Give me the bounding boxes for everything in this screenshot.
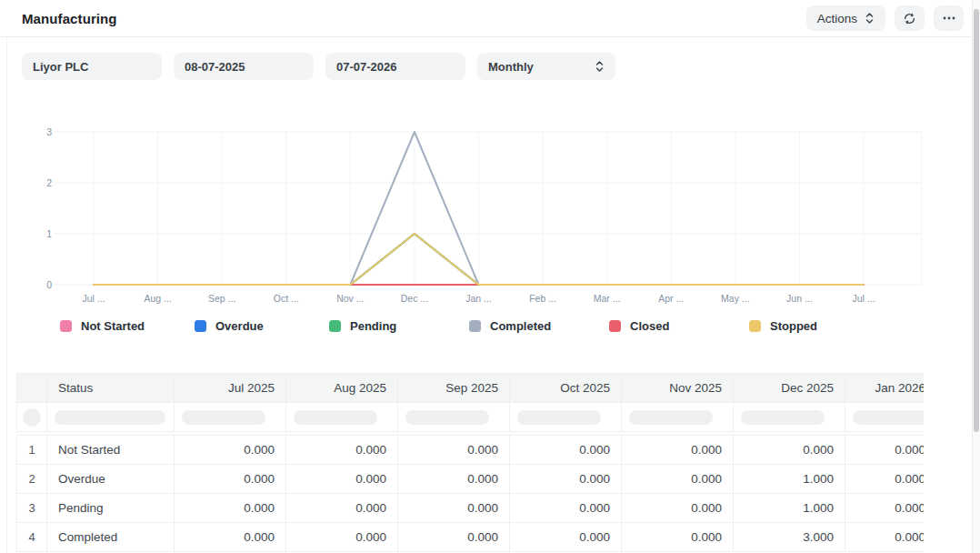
filter-input[interactable]	[741, 410, 825, 425]
filter-input[interactable]	[405, 410, 489, 425]
vertical-scrollbar[interactable]	[972, 0, 980, 553]
value-cell: 0.000	[398, 436, 510, 465]
filter-input[interactable]	[182, 410, 265, 425]
status-cell: Not Started	[47, 436, 175, 465]
frequency-select[interactable]: Monthly	[477, 53, 615, 80]
value-cell: 0.000	[286, 465, 398, 494]
value-cell: 0.000	[622, 523, 734, 552]
from-date-input[interactable]	[174, 53, 314, 80]
filter-input[interactable]	[55, 410, 165, 425]
value-cell: 0.000	[845, 465, 925, 494]
value-cell: 0.000	[398, 523, 510, 552]
x-axis-label: Sep ...	[208, 293, 235, 304]
value-cell: 1.000	[734, 494, 845, 523]
chevron-up-down-icon	[865, 12, 875, 25]
column-header[interactable]: Dec 2025	[734, 374, 845, 403]
value-cell: 0.000	[845, 436, 925, 465]
legend-label: Not Started	[81, 319, 145, 333]
chevron-up-down-icon	[595, 60, 605, 73]
chart-canvas: 0123Jul ...Aug ...Sep ...Oct ...Nov ...D…	[22, 107, 931, 314]
column-header[interactable]: Nov 2025	[622, 374, 734, 403]
column-header[interactable]: Jul 2025	[175, 374, 286, 403]
y-axis-label: 0	[46, 279, 52, 290]
refresh-icon	[903, 12, 916, 25]
x-axis-label: Apr ...	[658, 293, 684, 304]
row-index-header	[17, 374, 47, 403]
value-cell: 0.000	[510, 523, 622, 552]
x-axis-label: Feb ...	[529, 293, 556, 304]
row-index: 1	[17, 436, 47, 465]
value-cell: 0.000	[286, 436, 398, 465]
company-input[interactable]	[22, 53, 162, 80]
legend-label: Overdue	[215, 319, 264, 333]
y-axis-label: 1	[46, 228, 52, 239]
chart-legend: Not StartedOverduePendingCompletedClosed…	[0, 319, 980, 333]
legend-swatch	[749, 320, 761, 332]
value-cell: 0.000	[845, 494, 925, 523]
report-table: StatusJul 2025Aug 2025Sep 2025Oct 2025No…	[16, 373, 924, 552]
column-header[interactable]: Status	[47, 374, 175, 403]
select-all-control[interactable]	[23, 408, 41, 427]
ellipsis-icon	[943, 16, 955, 20]
column-header[interactable]: Aug 2025	[286, 374, 398, 403]
actions-dropdown[interactable]: Actions	[806, 5, 885, 31]
column-header[interactable]: Sep 2025	[398, 374, 510, 403]
value-cell: 0.000	[510, 436, 622, 465]
legend-swatch	[469, 320, 481, 332]
legend-label: Completed	[490, 319, 551, 333]
x-axis-label: Aug ...	[144, 293, 171, 304]
status-cell: Overdue	[47, 465, 175, 494]
legend-item: Stopped	[749, 319, 889, 333]
x-axis-label: Jun ...	[786, 293, 813, 304]
status-cell: Completed	[47, 523, 175, 552]
legend-item: Pending	[329, 319, 469, 333]
refresh-button[interactable]	[895, 5, 925, 31]
column-header[interactable]: Jan 2026	[845, 374, 925, 403]
frequency-value: Monthly	[488, 60, 534, 74]
filter-input[interactable]	[517, 410, 601, 425]
value-cell: 0.000	[734, 436, 845, 465]
value-cell: 0.000	[398, 494, 510, 523]
x-axis-label: Nov ...	[336, 293, 364, 304]
x-axis-label: Mar ...	[594, 293, 621, 304]
to-date-input[interactable]	[325, 53, 465, 80]
more-options-button[interactable]	[934, 5, 964, 31]
legend-label: Stopped	[770, 319, 817, 333]
table-row: 4Completed0.0000.0000.0000.0000.0003.000…	[17, 523, 925, 552]
filter-input[interactable]	[294, 410, 377, 425]
actions-label: Actions	[817, 12, 857, 25]
filter-input[interactable]	[629, 410, 713, 425]
value-cell: 0.000	[286, 494, 398, 523]
legend-swatch	[609, 320, 621, 332]
y-axis-label: 3	[46, 126, 52, 137]
topbar: Manufacturing Actions	[0, 0, 980, 37]
value-cell: 0.000	[175, 465, 286, 494]
value-cell: 0.000	[175, 436, 286, 465]
x-axis-label: Oct ...	[274, 293, 299, 304]
value-cell: 0.000	[510, 465, 622, 494]
topbar-actions: Actions	[806, 5, 964, 31]
legend-swatch	[195, 320, 206, 332]
legend-item: Closed	[609, 319, 749, 333]
value-cell: 1.000	[734, 465, 845, 494]
filter-input[interactable]	[853, 410, 924, 425]
legend-item: Overdue	[195, 319, 329, 333]
manufacturing-dashboard: Manufacturing Actions	[0, 0, 980, 553]
value-cell: 0.000	[845, 523, 925, 552]
table-row: 3Pending0.0000.0000.0000.0000.0001.0000.…	[17, 494, 925, 523]
legend-swatch	[60, 320, 72, 332]
value-cell: 0.000	[175, 523, 286, 552]
row-index: 4	[17, 523, 47, 552]
column-header[interactable]: Oct 2025	[510, 374, 622, 403]
legend-label: Pending	[350, 319, 396, 333]
value-cell: 0.000	[175, 494, 286, 523]
legend-item: Not Started	[60, 319, 195, 333]
table-row: 1Not Started0.0000.0000.0000.0000.0000.0…	[17, 436, 925, 465]
scrollbar-thumb[interactable]	[974, 9, 979, 432]
status-table: StatusJul 2025Aug 2025Sep 2025Oct 2025No…	[16, 373, 924, 552]
row-index: 3	[17, 494, 47, 523]
status-chart: 0123Jul ...Aug ...Sep ...Oct ...Nov ...D…	[0, 107, 980, 333]
x-axis-label: Dec ...	[401, 293, 428, 304]
legend-swatch	[329, 320, 341, 332]
value-cell: 0.000	[510, 494, 622, 523]
